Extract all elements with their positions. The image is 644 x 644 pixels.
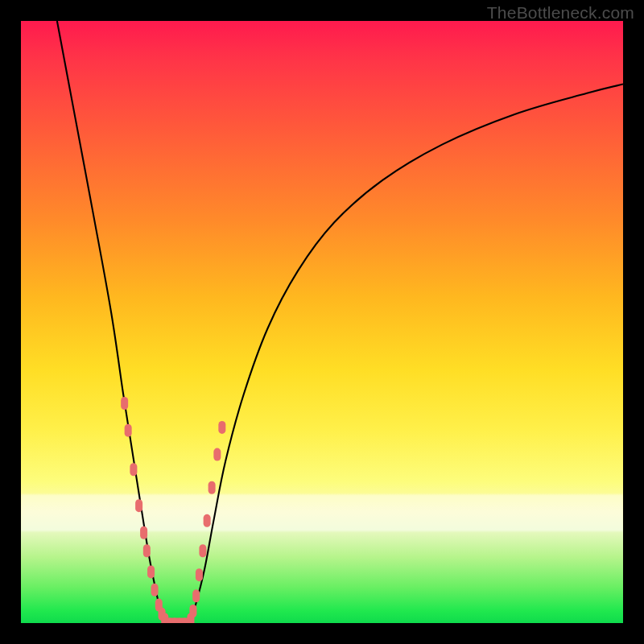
marker <box>121 397 128 410</box>
marker <box>135 499 142 512</box>
curve-left <box>57 21 166 623</box>
curve-layer <box>21 21 623 623</box>
curve-right <box>189 85 623 623</box>
marker <box>204 514 211 527</box>
marker <box>192 589 200 602</box>
marker <box>143 544 151 557</box>
markers-bottom <box>162 618 193 624</box>
marker <box>181 618 192 624</box>
markers-left <box>121 397 168 623</box>
marker <box>189 605 196 617</box>
chart-frame: TheBottleneck.com <box>0 0 644 644</box>
marker <box>147 565 155 578</box>
marker <box>125 424 132 437</box>
marker <box>130 463 137 476</box>
marker <box>140 526 147 539</box>
watermark-text: TheBottleneck.com <box>487 3 634 23</box>
plot-area <box>21 21 623 623</box>
marker <box>196 568 203 581</box>
marker <box>213 448 221 461</box>
markers-right <box>187 421 225 623</box>
marker <box>208 481 216 494</box>
marker <box>218 421 225 434</box>
marker <box>151 584 159 597</box>
marker <box>199 544 206 557</box>
